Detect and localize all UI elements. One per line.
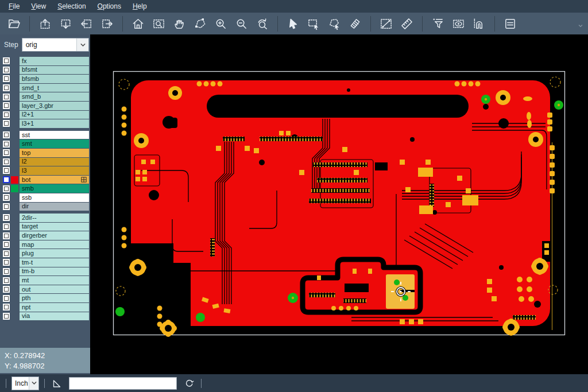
chevron-down-icon[interactable] bbox=[29, 377, 38, 390]
send-right-icon[interactable] bbox=[98, 15, 116, 33]
snap-magnet-icon[interactable] bbox=[470, 15, 488, 33]
layer-visibility-checkbox[interactable] bbox=[3, 67, 10, 73]
menu-options[interactable]: Options bbox=[92, 1, 127, 12]
zoom-polygon-icon[interactable] bbox=[191, 15, 209, 33]
layer-visibility-checkbox[interactable] bbox=[3, 277, 10, 284]
layer-label[interactable]: target bbox=[20, 223, 89, 231]
layer-visibility-checkbox[interactable] bbox=[3, 223, 10, 230]
layer-visibility-checkbox[interactable] bbox=[3, 75, 10, 82]
angle-corner-icon[interactable] bbox=[50, 377, 64, 390]
layer-label[interactable]: bot bbox=[20, 176, 89, 184]
layer-visibility-checkbox[interactable] bbox=[3, 295, 10, 302]
pcb-viewport[interactable] bbox=[90, 34, 588, 374]
step-select[interactable]: orig bbox=[22, 38, 89, 52]
layer-label[interactable]: via bbox=[20, 312, 89, 321]
layer-label[interactable]: smt bbox=[20, 139, 89, 148]
layer-visibility-checkbox[interactable] bbox=[3, 176, 10, 183]
layer-row-ssb: ssb bbox=[0, 193, 90, 202]
layer-label[interactable]: l3+1 bbox=[20, 119, 89, 128]
layer-label[interactable]: smd_t bbox=[20, 84, 89, 92]
home-icon[interactable] bbox=[129, 15, 147, 33]
pan-hand-icon[interactable] bbox=[171, 15, 188, 33]
refresh-icon[interactable] bbox=[182, 377, 196, 390]
layer-label[interactable]: bfsmt bbox=[20, 66, 89, 75]
brush-icon[interactable] bbox=[346, 15, 364, 33]
layer-visibility-checkbox[interactable] bbox=[3, 304, 10, 311]
layer-visibility-checkbox[interactable] bbox=[3, 111, 10, 118]
layer-label[interactable]: 2dir-- bbox=[20, 214, 89, 222]
layer-label[interactable]: l2+1 bbox=[20, 111, 89, 119]
layer-label[interactable]: ssb bbox=[20, 193, 89, 202]
layer-label[interactable]: fx bbox=[20, 57, 89, 65]
unit-select[interactable]: Inch bbox=[11, 377, 39, 390]
layer-label[interactable]: sst bbox=[20, 131, 89, 139]
layer-label[interactable]: bfsmb bbox=[20, 75, 89, 83]
layer-label[interactable]: npt bbox=[20, 303, 89, 312]
layer-visibility-checkbox[interactable] bbox=[3, 94, 10, 100]
toolbar-overflow-chevron-icon[interactable] bbox=[578, 21, 583, 31]
layer-visibility-checkbox[interactable] bbox=[3, 102, 10, 109]
select-polygon-icon[interactable] bbox=[326, 15, 343, 33]
layer-visibility-checkbox[interactable] bbox=[3, 120, 10, 127]
layer-visibility-checkbox[interactable] bbox=[3, 185, 10, 192]
layer-label[interactable]: smd_b bbox=[20, 92, 89, 101]
layer-visibility-checkbox[interactable] bbox=[3, 250, 10, 257]
command-input[interactable] bbox=[69, 377, 177, 390]
layer-visibility-checkbox[interactable] bbox=[3, 232, 10, 239]
measure-line-icon[interactable] bbox=[377, 15, 395, 33]
layer-row-top: top bbox=[0, 149, 90, 157]
layer-row-via: via bbox=[0, 312, 90, 321]
layer-label[interactable]: plug bbox=[20, 249, 89, 258]
layer-visibility-checkbox[interactable] bbox=[3, 149, 10, 156]
filter-icon[interactable] bbox=[429, 15, 447, 33]
zoom-out-icon[interactable] bbox=[233, 15, 250, 33]
layer-visibility-checkbox[interactable] bbox=[3, 286, 10, 293]
cursor-icon[interactable] bbox=[284, 15, 302, 33]
layer-label[interactable]: mt bbox=[20, 276, 89, 285]
ruler-icon[interactable] bbox=[398, 15, 416, 33]
layer-label[interactable]: tm-t bbox=[20, 258, 89, 267]
layer-visibility-checkbox[interactable] bbox=[3, 241, 10, 248]
layer-label[interactable]: top bbox=[20, 149, 89, 157]
zoom-area-icon[interactable] bbox=[150, 15, 168, 33]
layer-label[interactable]: dirgerber bbox=[20, 231, 89, 240]
layer-visibility-checkbox[interactable] bbox=[3, 84, 10, 91]
send-up-icon[interactable] bbox=[36, 15, 54, 33]
menu-selection[interactable]: Selection bbox=[52, 1, 91, 12]
zoom-in-icon[interactable] bbox=[212, 15, 230, 33]
layer-visibility-checkbox[interactable] bbox=[3, 167, 10, 174]
layer-label[interactable]: out bbox=[20, 285, 89, 294]
layer-visibility-checkbox[interactable] bbox=[3, 214, 10, 221]
layer-visibility-checkbox[interactable] bbox=[3, 194, 10, 201]
send-down-icon[interactable] bbox=[57, 15, 75, 33]
layer-label[interactable]: dir bbox=[20, 203, 89, 211]
layer-visibility-checkbox[interactable] bbox=[3, 203, 10, 210]
menu-help[interactable]: Help bbox=[127, 1, 153, 12]
layer-visibility-checkbox[interactable] bbox=[3, 141, 10, 148]
layer-visibility-checkbox[interactable] bbox=[3, 313, 10, 320]
layers-panel-icon[interactable] bbox=[501, 15, 519, 33]
chevron-down-icon[interactable] bbox=[76, 38, 88, 51]
view-eye-icon[interactable] bbox=[450, 15, 467, 33]
zoom-reset-icon[interactable] bbox=[253, 15, 271, 33]
layer-visibility-checkbox[interactable] bbox=[3, 57, 10, 64]
layer-label[interactable]: map bbox=[20, 240, 89, 249]
layer-label[interactable]: smb bbox=[20, 184, 89, 193]
layer-label[interactable]: l2 bbox=[20, 158, 89, 166]
layer-label[interactable]: pth bbox=[20, 294, 89, 302]
layer-visibility-checkbox[interactable] bbox=[3, 259, 10, 266]
layer-visibility-checkbox[interactable] bbox=[3, 131, 10, 138]
layer-color-swatch[interactable] bbox=[11, 176, 18, 184]
send-left-icon[interactable] bbox=[78, 15, 95, 33]
layer-visibility-checkbox[interactable] bbox=[3, 268, 10, 275]
menu-file[interactable]: File bbox=[3, 1, 25, 12]
layer-color-swatch[interactable] bbox=[11, 185, 18, 192]
layer-label[interactable]: l3 bbox=[20, 166, 89, 175]
layer-label[interactable]: layer_3.gbr bbox=[20, 102, 89, 110]
open-folder-icon[interactable] bbox=[5, 15, 23, 33]
layer-label[interactable]: tm-b bbox=[20, 267, 89, 276]
menu-view[interactable]: View bbox=[25, 1, 52, 12]
layer-visibility-checkbox[interactable] bbox=[3, 158, 10, 165]
grid-icon[interactable] bbox=[81, 177, 87, 183]
select-rect-icon[interactable] bbox=[305, 15, 323, 33]
